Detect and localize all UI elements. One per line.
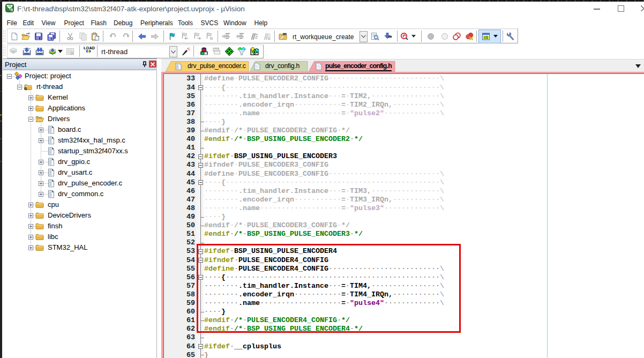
svg-text:5: 5 [11,8,13,12]
